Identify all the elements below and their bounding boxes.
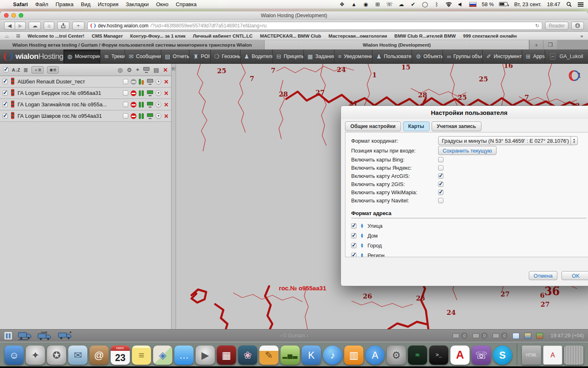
ok-button[interactable]: OK bbox=[561, 271, 588, 280]
reports-column-icon[interactable]: ▤ bbox=[154, 67, 159, 73]
unit-remove-button[interactable]: ✕ bbox=[164, 90, 169, 96]
dock-app-icon[interactable]: сент. 23 bbox=[111, 346, 130, 365]
commands-icon[interactable]: ⚙ bbox=[127, 67, 132, 73]
bottom-panel-toggle[interactable] bbox=[4, 332, 12, 340]
bookmark-item[interactable]: Личный кабинет CNTL.LC bbox=[193, 34, 252, 38]
select-all-checkbox[interactable] bbox=[3, 67, 9, 72]
spotlight-icon[interactable] bbox=[566, 1, 572, 8]
location-source-icon[interactable]: ⌖ bbox=[136, 66, 139, 73]
dock-app-icon[interactable]: ◈ bbox=[153, 346, 172, 365]
unit-dropdown-button[interactable]: ▼ bbox=[156, 102, 161, 108]
header-nav-item[interactable]: ▤ Отчеты bbox=[161, 49, 190, 63]
ruler-icon[interactable] bbox=[524, 333, 531, 339]
header-nav-item[interactable]: ∞ Группы объектов bbox=[443, 49, 483, 63]
header-nav-item[interactable]: ≋ Треки bbox=[100, 49, 125, 63]
traffic-layer-icon[interactable] bbox=[536, 333, 543, 339]
unit-monitoring-icon[interactable] bbox=[147, 102, 153, 107]
select-stepper-icon[interactable]: ▲▼ bbox=[570, 137, 577, 145]
sort-az-icon[interactable]: A↓Z bbox=[12, 67, 20, 72]
dock-app-icon[interactable]: … bbox=[174, 346, 194, 365]
unit-extra-checkbox[interactable] bbox=[123, 79, 128, 84]
forward-button[interactable]: ▶ bbox=[15, 22, 26, 30]
top-sites-grid-icon[interactable]: ⊞ bbox=[16, 33, 20, 39]
bookmarks-book-icon[interactable]: ⌓ bbox=[5, 33, 9, 39]
fullscreen-icon[interactable]: ⌐ bbox=[550, 53, 555, 60]
dock-app-icon[interactable]: @ bbox=[89, 346, 109, 365]
share-button[interactable] bbox=[57, 22, 69, 30]
dock-app-icon[interactable]: ≡ bbox=[132, 346, 151, 365]
menu-item[interactable]: Справка bbox=[176, 1, 196, 7]
new-tab-bar-button[interactable]: ＋ bbox=[529, 40, 543, 49]
filter-list-button[interactable]: ◉≣ bbox=[47, 66, 59, 74]
truck-icon-add[interactable]: + bbox=[58, 331, 73, 340]
new-tab-button[interactable]: ＋ bbox=[72, 22, 85, 30]
bookmark-item[interactable]: Welcome to ...trol Center! bbox=[28, 34, 85, 38]
unit-dropdown-button[interactable]: ▼ bbox=[156, 113, 161, 119]
header-nav-item[interactable]: ❍ Геозоны bbox=[211, 49, 241, 63]
dock-app-icon[interactable]: A bbox=[450, 346, 470, 365]
dock-app-icon[interactable]: ▶ bbox=[196, 346, 215, 365]
header-nav-item[interactable]: ⊞ Apps bbox=[522, 49, 545, 63]
icloud-tabs-button[interactable]: ☁ bbox=[29, 22, 41, 30]
tab-forum[interactable]: Wialon Hosting ветка testing / Gurtam / … bbox=[0, 40, 265, 49]
dialog-title-bar[interactable]: Настройки пользователя ✕ bbox=[341, 106, 588, 119]
dropbox-icon[interactable]: ✥ bbox=[339, 1, 345, 8]
reorder-updown-icon[interactable]: ▲▼ bbox=[360, 253, 364, 257]
dock-app-icon[interactable]: ≈ bbox=[408, 346, 427, 365]
map-option-checkbox[interactable] bbox=[438, 182, 443, 187]
menu-item[interactable]: Вид bbox=[81, 1, 91, 7]
notification-center-icon[interactable] bbox=[577, 1, 584, 8]
dock-app-icon[interactable]: ▂▅▃ bbox=[281, 346, 300, 365]
bookmark-item[interactable]: МАСТЕРСКАЯ... BMW Club bbox=[260, 34, 321, 38]
bluetooth-icon[interactable]: ᛒ bbox=[434, 1, 440, 8]
address-item-checkbox[interactable] bbox=[351, 233, 356, 238]
header-nav-item[interactable]: ⊟ Прицепы bbox=[273, 49, 304, 63]
grid-app-icon[interactable]: ⊞ bbox=[374, 1, 381, 8]
reload-icon[interactable]: ↻ bbox=[535, 23, 539, 29]
menu-date[interactable]: Вт, 23 сент. bbox=[514, 1, 541, 7]
header-nav-item[interactable]: ◍ Мониторинг bbox=[64, 49, 100, 63]
unit-extra-checkbox[interactable] bbox=[123, 90, 128, 96]
unit-monitoring-icon[interactable] bbox=[147, 90, 153, 96]
input-language-flag-ru[interactable] bbox=[469, 2, 477, 7]
dock-app-icon[interactable]: ▥ bbox=[344, 346, 363, 365]
dock-app-icon[interactable] bbox=[564, 346, 584, 365]
collapse-panel-icon[interactable]: ◩ bbox=[172, 67, 175, 70]
downloads-button[interactable] bbox=[571, 22, 584, 30]
dock-app-icon[interactable]: ▦ bbox=[217, 346, 236, 365]
address-item-checkbox[interactable] bbox=[351, 223, 356, 229]
unit-checkbox[interactable] bbox=[2, 79, 8, 84]
window-title-bar[interactable]: Wialon Hosting (Development) bbox=[0, 11, 588, 20]
menu-item[interactable]: Закладки bbox=[126, 1, 149, 7]
header-nav-item[interactable]: ♟ Водители bbox=[241, 49, 273, 63]
adobe-cc-icon[interactable]: ◉ bbox=[363, 1, 369, 8]
clear-list-icon[interactable]: ✕ bbox=[163, 67, 168, 73]
map-option-checkbox[interactable] bbox=[438, 165, 443, 171]
bookmark-item[interactable]: CMS Manager bbox=[92, 34, 123, 38]
coord-format-select[interactable]: Градусы и минуты (N 53° 53.4659' : E 027… bbox=[438, 136, 578, 145]
menu-clock[interactable]: 18:47 bbox=[547, 1, 560, 7]
tab-account[interactable]: Учетная запись bbox=[432, 121, 481, 131]
legend-icon[interactable] bbox=[512, 333, 519, 339]
menu-item[interactable]: Файл bbox=[35, 1, 48, 7]
drive-icon[interactable]: ▲ bbox=[351, 1, 357, 8]
status-counter[interactable]: 0 bbox=[492, 332, 508, 339]
status-counter[interactable]: 0 bbox=[472, 332, 488, 339]
dock-app-icon[interactable]: ✎ bbox=[259, 346, 278, 365]
volume-icon[interactable] bbox=[457, 1, 464, 8]
unit-dropdown-button[interactable]: ▼ bbox=[156, 79, 161, 85]
unit-remove-button[interactable]: ✕ bbox=[164, 101, 169, 108]
bookmark-item[interactable]: Мастерская...оматологии bbox=[328, 34, 387, 38]
tab-wialon-active[interactable]: Wialon Hosting (Development) bbox=[265, 40, 529, 49]
map-option-checkbox[interactable] bbox=[438, 198, 443, 203]
status-counter[interactable]: 0 bbox=[452, 332, 468, 339]
tab-general-settings[interactable]: Общие настройки bbox=[345, 121, 401, 131]
follow-units-icon[interactable]: ◎ bbox=[118, 67, 122, 73]
bookmark-item[interactable]: BMW Club R...ителей BMW bbox=[394, 34, 456, 38]
unit-checkbox[interactable] bbox=[2, 90, 8, 96]
header-nav-item[interactable]: ≡ Уведомления bbox=[334, 49, 373, 63]
truck-icon-name[interactable]: NAME bbox=[38, 331, 52, 341]
dock-app-icon[interactable]: ❀ bbox=[238, 346, 257, 365]
cancel-button[interactable]: Отмена bbox=[529, 271, 557, 280]
address-item-checkbox[interactable] bbox=[351, 243, 356, 248]
